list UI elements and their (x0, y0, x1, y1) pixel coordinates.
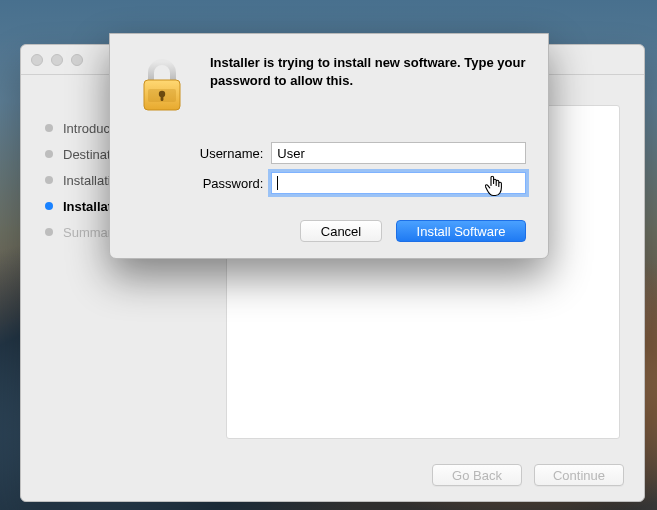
window-controls (31, 54, 83, 66)
auth-message: Installer is trying to install new softw… (210, 54, 526, 114)
auth-form: Username: Password: (142, 138, 526, 198)
auth-dialog: Installer is trying to install new softw… (109, 33, 549, 259)
install-software-button[interactable]: Install Software (396, 220, 526, 242)
lock-icon (132, 54, 192, 114)
cancel-button[interactable]: Cancel (300, 220, 382, 242)
go-back-button: Go Back (432, 464, 522, 486)
continue-button: Continue (534, 464, 624, 486)
step-bullet-icon (45, 150, 53, 158)
zoom-window-button[interactable] (71, 54, 83, 66)
step-bullet-icon (45, 202, 53, 210)
password-field[interactable] (271, 172, 526, 194)
step-bullet-icon (45, 228, 53, 236)
password-label: Password: (142, 176, 271, 191)
step-bullet-icon (45, 124, 53, 132)
username-field[interactable] (271, 142, 526, 164)
minimize-window-button[interactable] (51, 54, 63, 66)
username-label: Username: (142, 146, 271, 161)
svg-rect-3 (161, 94, 164, 101)
text-caret (277, 176, 278, 190)
installer-footer: Go Back Continue (21, 449, 644, 501)
close-window-button[interactable] (31, 54, 43, 66)
step-bullet-icon (45, 176, 53, 184)
